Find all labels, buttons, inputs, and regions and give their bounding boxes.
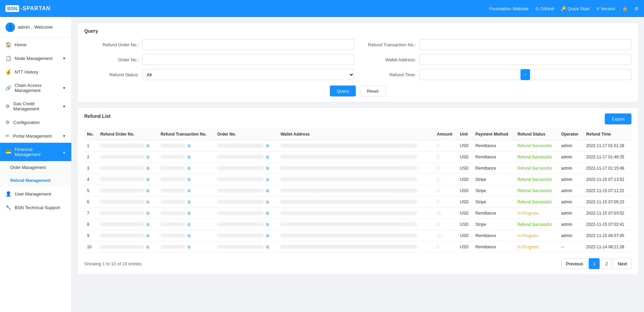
copy-order-no-icon[interactable]: ⧉: [266, 166, 269, 171]
sidebar-item-label: Gas Credit Management: [13, 101, 59, 111]
copy-refund-tx-icon[interactable]: ⧉: [188, 233, 191, 238]
copy-order-no-icon[interactable]: ⧉: [266, 211, 269, 216]
sidebar-item-ntt-history[interactable]: 💰 NTT History: [0, 65, 71, 79]
foundation-website-link[interactable]: Foundation Website: [489, 6, 528, 11]
cell-operator: admin: [558, 174, 583, 185]
copy-order-no-icon[interactable]: ⧉: [266, 245, 269, 249]
sidebar-item-node-management[interactable]: 📋 Node Management ▼: [0, 51, 71, 65]
table-header-row: No. Refund Order No. Refund Transaction …: [84, 128, 631, 140]
copy-refund-order-no-icon[interactable]: ⧉: [146, 143, 149, 148]
github-link[interactable]: ⊙ GitHub: [535, 6, 554, 11]
header-nav: Foundation Website ⊙ GitHub 🔑 Quick Star…: [489, 6, 639, 11]
cell-payment-method: Remittance: [473, 140, 515, 152]
previous-button[interactable]: Previous: [561, 258, 588, 269]
table-row: 2 XXXXXXXXXXXXXXXX ⧉ XXXXXXXXX ⧉ XXXXXXX…: [84, 152, 631, 163]
copy-refund-order-no-icon[interactable]: ⧉: [146, 211, 149, 216]
refund-time-label: Refund Time:: [361, 72, 416, 77]
sidebar: 👤 admin，Welcome 🏠 Home 📋 Node Management…: [0, 17, 72, 312]
date-separator[interactable]: ~: [521, 69, 530, 80]
cell-refund-status: Refund Successful: [515, 185, 558, 197]
cell-refund-order-no: XXXXXXXXXXXXXXXX ⧉: [98, 152, 158, 163]
refund-transaction-no-value: XXXXXXXXX: [161, 155, 185, 159]
copy-refund-tx-icon[interactable]: ⧉: [188, 211, 191, 216]
date-end-input[interactable]: [531, 69, 631, 80]
sidebar-item-financial-management[interactable]: 💳 Financial Management ▲: [0, 143, 71, 161]
copy-refund-tx-icon[interactable]: ⧉: [188, 222, 191, 227]
amount-value: 0: [437, 143, 439, 148]
cell-refund-order-no: XXXXXXXXXXXXXXXX ⧉: [98, 185, 158, 197]
copy-refund-tx-icon[interactable]: ⧉: [188, 155, 191, 159]
sidebar-item-bsn-support[interactable]: 🔧 BSN Technical Support: [0, 201, 71, 214]
sidebar-item-user-management[interactable]: 👤 User Management: [0, 187, 71, 201]
next-button[interactable]: Next: [613, 258, 631, 269]
export-button[interactable]: Export: [605, 113, 631, 124]
order-no-value: XXXXXXXXXXXXXXXXX: [217, 211, 264, 216]
copy-refund-order-no-icon[interactable]: ⧉: [146, 155, 149, 159]
copy-order-no-icon[interactable]: ⧉: [266, 233, 269, 238]
copy-refund-tx-icon[interactable]: ⧉: [188, 245, 191, 249]
sidebar-item-refund-management[interactable]: Refund Management: [0, 174, 71, 187]
copy-refund-order-no-icon[interactable]: ⧉: [146, 233, 149, 238]
cell-refund-order-no: XXXXXXXXXXXXXXXX ⧉: [98, 230, 158, 241]
refund-order-no-input[interactable]: [142, 39, 354, 50]
cell-order-no: XXXXXXXXXXXXXXXXX ⧉: [215, 208, 278, 219]
cell-amount: 0: [434, 219, 457, 230]
version-link[interactable]: V Version: [596, 6, 615, 11]
refund-status-select[interactable]: All Refund Successful In Progress Failed: [142, 69, 354, 80]
chevron-down-icon: ▼: [62, 57, 66, 60]
query-button[interactable]: Query: [330, 85, 355, 96]
page-1-button[interactable]: 1: [589, 258, 600, 269]
sidebar-item-portal-management[interactable]: ✏ Portal Management ▼: [0, 129, 71, 143]
copy-refund-tx-icon[interactable]: ⧉: [188, 143, 191, 148]
copy-order-no-icon[interactable]: ⧉: [266, 155, 269, 159]
cell-no: 9: [84, 230, 98, 241]
amount-value: 0: [437, 245, 439, 249]
cell-amount: 0: [434, 185, 457, 197]
logo-spartan: -SPARTAN: [20, 5, 50, 12]
order-no-value: XXXXXXXXXXXXXXXXX: [217, 155, 264, 159]
copy-order-no-icon[interactable]: ⧉: [266, 222, 269, 227]
wallet-address-value: XXXXXXXXXXXXXXXXXXXXXXXXXXXXXXXXXXXXXXXX…: [280, 200, 417, 204]
copy-refund-tx-icon[interactable]: ⧉: [188, 177, 191, 182]
copy-refund-order-no-icon[interactable]: ⧉: [146, 222, 149, 227]
sidebar-item-label: Configuration: [13, 120, 40, 125]
sidebar-item-gas-credit[interactable]: ⚙ Gas Credit Management ▼: [0, 97, 71, 115]
copy-order-no-icon[interactable]: ⧉: [266, 188, 269, 193]
reset-button[interactable]: Reset: [360, 85, 386, 96]
copy-refund-tx-icon[interactable]: ⧉: [188, 188, 191, 193]
wallet-address-value: XXXXXXXXXXXXXXXXXXXXXXXXXXXXXXXXXXXXXXXX…: [280, 143, 417, 148]
cell-wallet-address: XXXXXXXXXXXXXXXXXXXXXXXXXXXXXXXXXXXXXXXX…: [278, 219, 434, 230]
cell-refund-transaction-no: XXXXXXXXX ⧉: [158, 197, 215, 208]
refund-order-no-value: XXXXXXXXXXXXXXXX: [100, 233, 144, 238]
sidebar-item-label: Chain Access Management: [15, 83, 59, 93]
sidebar-item-order-management[interactable]: Order Management: [0, 161, 71, 174]
refund-transaction-no-input[interactable]: [419, 39, 631, 50]
copy-refund-order-no-icon[interactable]: ⧉: [146, 200, 149, 204]
sidebar-item-home[interactable]: 🏠 Home: [0, 38, 71, 51]
table-row: 9 XXXXXXXXXXXXXXXX ⧉ XXXXXXXXX ⧉ XXXXXXX…: [84, 230, 631, 241]
sidebar-item-configuration[interactable]: ⚙ Configuration: [0, 115, 71, 129]
copy-refund-tx-icon[interactable]: ⧉: [188, 166, 191, 171]
order-no-input[interactable]: [142, 54, 354, 65]
wallet-address-input[interactable]: [419, 54, 631, 65]
copy-refund-tx-icon[interactable]: ⧉: [188, 200, 191, 204]
support-icon: 🔧: [5, 205, 11, 210]
copy-order-no-icon[interactable]: ⧉: [266, 143, 269, 148]
cell-refund-time: 2022-11-17 01:15:46: [584, 163, 631, 174]
copy-refund-order-no-icon[interactable]: ⧉: [146, 245, 149, 249]
copy-refund-order-no-icon[interactable]: ⧉: [146, 188, 149, 193]
cell-refund-transaction-no: XXXXXXXXX ⧉: [158, 152, 215, 163]
cell-refund-transaction-no: XXXXXXXXX ⧉: [158, 230, 215, 241]
quick-start-link[interactable]: 🔑 Quick Start: [561, 6, 589, 11]
cell-unit: USD: [457, 230, 473, 241]
sidebar-item-chain-access[interactable]: 🔗 Chain Access Management ▼: [0, 79, 71, 97]
copy-order-no-icon[interactable]: ⧉: [266, 177, 269, 182]
cell-wallet-address: XXXXXXXXXXXXXXXXXXXXXXXXXXXXXXXXXXXXXXXX…: [278, 174, 434, 185]
cell-amount: 0: [434, 163, 457, 174]
copy-refund-order-no-icon[interactable]: ⧉: [146, 166, 149, 171]
date-start-input[interactable]: [419, 69, 519, 80]
copy-order-no-icon[interactable]: ⧉: [266, 200, 269, 204]
page-2-button[interactable]: 2: [601, 258, 612, 269]
copy-refund-order-no-icon[interactable]: ⧉: [146, 177, 149, 182]
wallet-address-value: XXXXXXXXXXXXXXXXXXXXXXXXXXXXXXXXXXXXXXXX…: [280, 177, 417, 182]
